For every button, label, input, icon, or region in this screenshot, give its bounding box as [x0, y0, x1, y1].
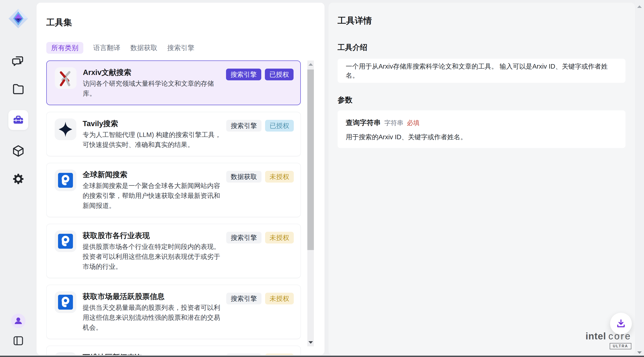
gear-icon[interactable] — [11, 172, 25, 186]
param-type: 字符串 — [384, 119, 403, 127]
tool-badges: 数据获取 未授权 — [226, 171, 294, 183]
intel-core-logo: intelcore ULTRA — [586, 331, 631, 349]
category-tabs: 所有类别 语言翻译 数据获取 搜索引擎 — [46, 42, 324, 54]
window-scroll-up-icon[interactable] — [637, 5, 642, 8]
param-box: 查询字符串 字符串 必填 用于搜索的Arxiv ID、关键字或作者姓名。 — [338, 110, 626, 148]
sidebar-nav — [8, 54, 28, 186]
chat-icon[interactable] — [11, 54, 25, 68]
tool-card-active-stocks[interactable]: 获取市场最活跃股票信息 提供当天交易量最高的股票列表，投资者可以利用这些信息来识… — [46, 285, 301, 339]
app-logo-icon — [8, 8, 29, 29]
tool-description: 提供股票市场各个行业在特定时间段内的表现。投资者可以利用这些信息来识别表现优于或… — [83, 242, 226, 272]
tool-badges: 搜索引擎 未授权 — [226, 232, 294, 244]
scroll-down-icon[interactable] — [308, 341, 313, 344]
tab-data-fetch[interactable]: 数据获取 — [130, 42, 158, 54]
blue-r-logo-icon — [55, 169, 76, 191]
window-scroll-down-icon[interactable] — [637, 351, 642, 354]
status-badge: 已授权 — [265, 69, 294, 80]
status-badge: 未授权 — [265, 232, 294, 244]
collapse-panel-icon[interactable] — [12, 335, 24, 347]
tool-card-regional-news[interactable]: LOCAL NEW 万维地区新闻查询 查询具体行政区划内的新闻，快速了解各地新闻… — [46, 346, 301, 355]
detail-title: 工具详情 — [338, 15, 626, 26]
category-badge: 搜索引擎 — [226, 232, 262, 244]
folder-icon[interactable] — [11, 82, 25, 96]
blue-r-logo-icon — [55, 291, 76, 313]
tool-title: 获取股市各行业表现 — [83, 230, 226, 241]
tool-list: Arxiv文献搜索 访问各个研究领域大量科学论文和文章的存储库。 搜索引擎 已授… — [46, 60, 301, 355]
profile-avatar[interactable] — [11, 314, 26, 328]
tool-description: 专为人工智能代理 (LLM) 构建的搜索引擎工具，可快速提供实时、准确和真实的结… — [83, 130, 226, 150]
scrollbar-thumb[interactable] — [307, 69, 314, 250]
intro-heading: 工具介绍 — [338, 43, 626, 52]
blue-r-logo-icon — [55, 230, 76, 252]
download-icon — [615, 318, 627, 330]
toolbox-icon[interactable] — [8, 110, 28, 130]
tool-title: Arxiv文献搜索 — [83, 67, 226, 78]
category-badge: 搜索引擎 — [226, 293, 262, 305]
cube-icon[interactable] — [11, 144, 25, 158]
window-scrollbar[interactable] — [635, 0, 644, 357]
tool-badges: 搜索引擎 未授权 — [226, 354, 294, 355]
tool-card-tavily[interactable]: Tavily搜索 专为人工智能代理 (LLM) 构建的搜索引擎工具，可快速提供实… — [46, 112, 301, 156]
tool-card-text: Tavily搜索 专为人工智能代理 (LLM) 构建的搜索引擎工具，可快速提供实… — [83, 118, 226, 150]
tool-description: 全球新闻搜索是一个聚合全球各大新闻网站内容的搜索引擎，帮助用户快速获取全球最新资… — [83, 181, 226, 211]
category-badge: 数据获取 — [226, 171, 262, 183]
params-heading: 参数 — [338, 95, 626, 104]
tool-card-text: 获取股市各行业表现 提供股票市场各个行业在特定时间段内的表现。投资者可以利用这些… — [83, 230, 226, 272]
toolset-panel: 工具集 所有类别 语言翻译 数据获取 搜索引擎 Arxiv文献搜索 访问各个研究… — [36, 3, 324, 355]
tool-card-text: Arxiv文献搜索 访问各个研究领域大量科学论文和文章的存储库。 — [83, 67, 226, 98]
sidebar — [0, 0, 36, 357]
tool-badges: 搜索引擎 已授权 — [226, 69, 294, 80]
status-badge: 未授权 — [265, 171, 294, 183]
tool-title: 全球新闻搜索 — [83, 169, 226, 180]
tool-card-global-news[interactable]: 全球新闻搜索 全球新闻搜索是一个聚合全球各大新闻网站内容的搜索引擎，帮助用户快速… — [46, 163, 301, 217]
tool-title: Tavily搜索 — [83, 118, 226, 129]
toolset-title: 工具集 — [46, 17, 324, 27]
tool-card-text: 万维地区新闻查询 查询具体行政区划内的新闻，快速了解各地新闻动态。 — [83, 352, 226, 355]
tool-card-sector-performance[interactable]: 获取股市各行业表现 提供股票市场各个行业在特定时间段内的表现。投资者可以利用这些… — [46, 224, 301, 278]
intro-text: 一个用于从Arxiv存储库搜索科学论文和文章的工具。 输入可以是Arxiv ID… — [346, 62, 617, 80]
tool-list-scrollbar[interactable] — [307, 60, 314, 347]
arxiv-chi-icon — [55, 67, 76, 89]
scroll-up-icon[interactable] — [308, 63, 313, 66]
status-badge: 已授权 — [265, 120, 294, 132]
status-badge: 未授权 — [265, 354, 294, 355]
param-name: 查询字符串 — [346, 118, 381, 127]
tool-card-arxiv[interactable]: Arxiv文献搜索 访问各个研究领域大量科学论文和文章的存储库。 搜索引擎 已授… — [46, 60, 301, 105]
tab-search-engine[interactable]: 搜索引擎 — [167, 42, 194, 54]
tool-card-text: 获取市场最活跃股票信息 提供当天交易量最高的股票列表，投资者可以利用这些信息来识… — [83, 291, 226, 333]
ultra-badge: ULTRA — [610, 343, 631, 349]
param-header: 查询字符串 字符串 必填 — [346, 118, 617, 127]
category-badge: 搜索引擎 — [226, 354, 262, 355]
tavily-star-icon — [55, 118, 76, 140]
status-badge: 未授权 — [265, 293, 294, 305]
tool-description: 访问各个研究领域大量科学论文和文章的存储库。 — [83, 78, 226, 98]
intel-core-text: intelcore — [586, 331, 631, 342]
tool-title: 万维地区新闻查询 — [83, 352, 226, 355]
intro-box: 一个用于从Arxiv存储库搜索科学论文和文章的工具。 输入可以是Arxiv ID… — [338, 59, 626, 83]
tool-detail-panel: 工具详情 工具介绍 一个用于从Arxiv存储库搜索科学论文和文章的工具。 输入可… — [328, 3, 635, 355]
tool-card-text: 全球新闻搜索 全球新闻搜索是一个聚合全球各大新闻网站内容的搜索引擎，帮助用户快速… — [83, 169, 226, 211]
category-badge: 搜索引擎 — [226, 69, 261, 80]
tool-badges: 搜索引擎 已授权 — [226, 120, 294, 132]
tool-badges: 搜索引擎 未授权 — [226, 293, 294, 305]
window-bottom-edge — [0, 356, 644, 357]
tab-language-translation[interactable]: 语言翻译 — [93, 42, 120, 54]
tab-all-categories[interactable]: 所有类别 — [46, 42, 83, 54]
category-badge: 搜索引擎 — [226, 120, 262, 132]
tool-description: 提供当天交易量最高的股票列表，投资者可以利用这些信息来识别流动性强的股票和潜在的… — [83, 303, 226, 333]
tool-title: 获取市场最活跃股票信息 — [83, 291, 226, 302]
param-description: 用于搜索的Arxiv ID、关键字或作者姓名。 — [346, 132, 617, 141]
param-required-flag: 必填 — [407, 119, 420, 127]
local-news-icon: LOCAL NEW — [55, 352, 76, 355]
